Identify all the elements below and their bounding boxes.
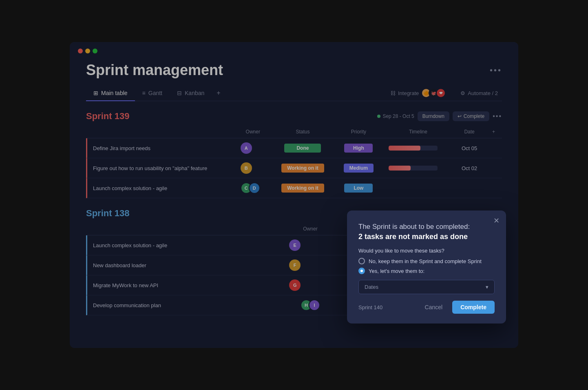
owner-avatar: B	[241, 162, 252, 174]
extra-cell	[485, 178, 502, 198]
app-header: Sprint management •••	[86, 62, 502, 79]
col-priority: Priority	[334, 126, 383, 138]
priority-cell[interactable]: High	[334, 138, 383, 158]
table-row[interactable]: Figure out how to run usability on "alph…	[86, 158, 502, 178]
owner-avatar: I	[309, 299, 320, 311]
date-cell: Oct 05	[453, 138, 485, 158]
col-timeline: Timeline	[383, 126, 453, 138]
radio-move	[358, 268, 365, 274]
task-name-cell[interactable]: Launch complex solution - agile	[86, 235, 283, 255]
integrate-label: Integrate	[398, 90, 419, 96]
extra-cell	[485, 138, 502, 158]
avatar-integration-3: ❤	[436, 88, 446, 98]
extra-cell	[485, 158, 502, 178]
sprint-139-date-label: Sep 28 - Oct 5	[382, 113, 414, 119]
dropdown-placeholder: Dates	[365, 284, 378, 290]
owner-avatar: A	[241, 142, 252, 154]
complete-label: Complete	[464, 113, 484, 119]
col-task-name	[86, 126, 235, 138]
tab-main-table[interactable]: ⊞ Main table	[86, 85, 135, 101]
minimize-traffic-light[interactable]	[85, 49, 90, 53]
fullscreen-traffic-light[interactable]	[93, 49, 97, 53]
col-task-name-138	[86, 223, 283, 235]
owner-avatar: D	[249, 182, 260, 194]
radio-keep	[358, 258, 365, 264]
col-owner-138: Owner	[283, 223, 337, 235]
date-cell: Oct 02	[453, 158, 485, 178]
owner-avatar: F	[289, 259, 301, 271]
gantt-icon: ≡	[142, 90, 146, 96]
sprint-139-table: Owner Status Priority Timeline Date + De…	[86, 126, 502, 198]
automate-label: Automate / 2	[468, 90, 498, 96]
complete-button[interactable]: Complete	[452, 301, 495, 314]
owner-cell: E	[283, 235, 337, 255]
cancel-button[interactable]: Cancel	[419, 301, 449, 314]
tab-gantt[interactable]: ≡ Gantt	[135, 85, 170, 101]
sprint-label: Sprint 140	[358, 304, 382, 310]
status-cell[interactable]: Working on it	[271, 178, 334, 198]
tabs-left: ⊞ Main table ≡ Gantt ⊟ Kanban +	[86, 85, 225, 101]
integrate-icon: ⛓	[390, 90, 396, 96]
option-move-tasks[interactable]: Yes, let's move them to:	[358, 268, 495, 274]
status-cell[interactable]: Done	[271, 138, 334, 158]
sprint-139-meta: Sep 28 - Oct 5 Burndown ↩ Complete •••	[377, 111, 502, 121]
task-name-cell[interactable]: New dashboard loader	[86, 255, 283, 275]
option-keep-label: No, keep them in the Sprint and complete…	[369, 258, 482, 264]
modal-actions: Cancel Complete	[419, 301, 495, 314]
modal-footer: Sprint 140 Cancel Complete	[358, 301, 495, 314]
task-name-cell[interactable]: Migrate MyWork to new API	[86, 275, 283, 295]
radio-group: No, keep them in the Sprint and complete…	[358, 258, 495, 274]
owner-cell: A	[235, 138, 271, 158]
more-options-icon[interactable]: •••	[490, 66, 502, 75]
titlebar	[70, 42, 518, 53]
task-name-cell[interactable]: Figure out how to run usability on "alph…	[86, 158, 235, 178]
timeline-cell	[383, 138, 453, 158]
app-window: Sprint management ••• ⊞ Main table ≡ Gan…	[70, 42, 518, 348]
option-move-label: Yes, let's move them to:	[369, 268, 424, 274]
sprint-138-title: Sprint 138	[86, 208, 129, 219]
modal-close-button[interactable]: ✕	[493, 216, 500, 225]
task-name-cell[interactable]: Launch complex solution - agile	[86, 178, 235, 198]
task-name-cell[interactable]: Define Jira import needs	[86, 138, 235, 158]
option-keep-in-sprint[interactable]: No, keep them in the Sprint and complete…	[358, 258, 495, 264]
traffic-lights	[78, 49, 97, 53]
owner-cell: B	[235, 158, 271, 178]
active-dot	[377, 115, 380, 118]
owner-cell: HI	[283, 295, 337, 315]
table-row[interactable]: Define Jira import needsADoneHighOct 05	[86, 138, 502, 158]
tabs-right: ⛓ Integrate 🟠 🐙 ❤ ⚙ Automate / 2	[386, 86, 502, 100]
tab-kanban[interactable]: ⊟ Kanban	[170, 85, 212, 101]
owner-cell: CD	[235, 178, 271, 198]
integrate-button[interactable]: ⛓ Integrate 🟠 🐙 ❤	[386, 86, 450, 100]
chevron-down-icon: ▾	[486, 284, 489, 290]
task-name-cell[interactable]: Develop communication plan	[86, 295, 283, 315]
sprint-139-header: Sprint 139 Sep 28 - Oct 5 Burndown ↩ Com…	[86, 111, 502, 122]
complete-icon: ↩	[458, 113, 462, 119]
sprint-139-title: Sprint 139	[86, 111, 129, 122]
modal-title-line2: 2 tasks are not marked as done	[358, 233, 468, 241]
modal-title-line1: The Sprint is about to be completed:	[358, 223, 470, 230]
add-tab-button[interactable]: +	[212, 85, 225, 101]
modal-subtitle: Would you like to move these tasks?	[358, 248, 495, 254]
tabs-row: ⊞ Main table ≡ Gantt ⊟ Kanban + ⛓ Integr…	[86, 85, 502, 101]
close-traffic-light[interactable]	[78, 49, 83, 53]
sprint-139-complete-button[interactable]: ↩ Complete	[453, 111, 489, 121]
burndown-button[interactable]: Burndown	[418, 111, 449, 121]
status-cell[interactable]: Working on it	[271, 158, 334, 178]
table-row[interactable]: Launch complex solution - agileCDWorking…	[86, 178, 502, 198]
priority-cell[interactable]: Medium	[334, 158, 383, 178]
automate-button[interactable]: ⚙ Automate / 2	[456, 88, 502, 99]
integrations-avatars: 🟠 🐙 ❤	[421, 88, 446, 98]
owner-avatar: E	[289, 239, 301, 251]
sprint-139-date: Sep 28 - Oct 5	[377, 113, 414, 119]
col-add[interactable]: +	[485, 126, 502, 138]
sprint-139-more-icon[interactable]: •••	[493, 113, 502, 120]
col-date: Date	[453, 126, 485, 138]
destination-dropdown[interactable]: Dates ▾	[358, 280, 495, 294]
owner-avatar: G	[289, 279, 301, 291]
sprint-139-section: Sprint 139 Sep 28 - Oct 5 Burndown ↩ Com…	[86, 111, 502, 198]
timeline-cell	[383, 178, 453, 198]
priority-cell[interactable]: Low	[334, 178, 383, 198]
tab-main-table-label: Main table	[101, 90, 128, 96]
table-icon: ⊞	[93, 90, 98, 96]
